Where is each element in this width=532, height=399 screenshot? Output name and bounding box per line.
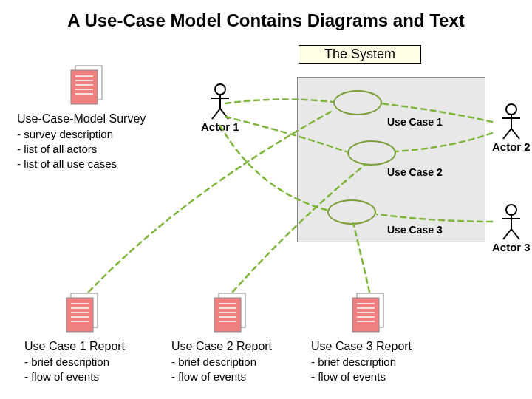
usecase-3-label: Use Case 3: [387, 224, 443, 236]
svg-point-10: [506, 205, 516, 215]
usecase-2-label: Use Case 2: [387, 166, 443, 178]
report-3-head: Use Case 3 Report: [311, 338, 412, 355]
report-1-head: Use Case 1 Report: [24, 338, 125, 355]
report-2-line: - flow of events: [171, 369, 272, 384]
report-1-line: - flow of events: [24, 369, 125, 384]
report-3-line: - brief description: [311, 355, 412, 369]
document-icon: [211, 292, 248, 338]
svg-rect-30: [214, 298, 241, 332]
svg-line-13: [503, 229, 511, 239]
svg-line-9: [511, 129, 519, 139]
actor-3: Actor 3: [492, 204, 531, 253]
report-3-block: Use Case 3 Report - brief description - …: [311, 338, 412, 384]
svg-rect-37: [352, 298, 379, 332]
survey-head: Use-Case-Model Survey: [17, 111, 146, 127]
report-2-line: - brief description: [171, 355, 272, 369]
report-1-block: Use Case 1 Report - brief description - …: [24, 338, 125, 384]
report-3-line: - flow of events: [311, 369, 412, 384]
svg-rect-16: [71, 70, 98, 104]
document-icon: [349, 292, 386, 338]
usecase-2-ellipse: [347, 140, 396, 166]
svg-line-3: [212, 109, 220, 119]
page-title: A Use-Case Model Contains Diagrams and T…: [0, 10, 532, 31]
survey-line: - survey description: [17, 127, 146, 142]
actor-3-label: Actor 3: [492, 241, 531, 253]
actor-2-label: Actor 2: [492, 140, 531, 153]
svg-rect-23: [66, 298, 93, 332]
survey-block: Use-Case-Model Survey - survey descripti…: [17, 111, 146, 171]
svg-line-14: [511, 229, 519, 239]
actor-1: Actor 1: [201, 83, 239, 133]
document-icon: [64, 292, 100, 338]
usecase-1-ellipse: [333, 90, 382, 115]
system-label: The System: [299, 45, 421, 64]
svg-point-5: [506, 104, 516, 115]
svg-line-8: [503, 129, 511, 139]
actor-2: Actor 2: [492, 103, 531, 153]
usecase-1-label: Use Case 1: [387, 116, 443, 128]
report-1-line: - brief description: [24, 355, 125, 369]
person-icon: [208, 83, 232, 120]
report-2-block: Use Case 2 Report - brief description - …: [171, 338, 272, 384]
survey-line: - list of all use cases: [17, 157, 146, 171]
svg-line-4: [220, 109, 228, 119]
actor-1-label: Actor 1: [201, 120, 239, 133]
person-icon: [499, 204, 523, 241]
report-2-head: Use Case 2 Report: [171, 338, 272, 355]
svg-point-0: [215, 84, 225, 95]
survey-line: - list of all actors: [17, 142, 146, 157]
usecase-3-ellipse: [327, 200, 376, 225]
document-icon: [68, 64, 105, 110]
person-icon: [499, 103, 523, 140]
